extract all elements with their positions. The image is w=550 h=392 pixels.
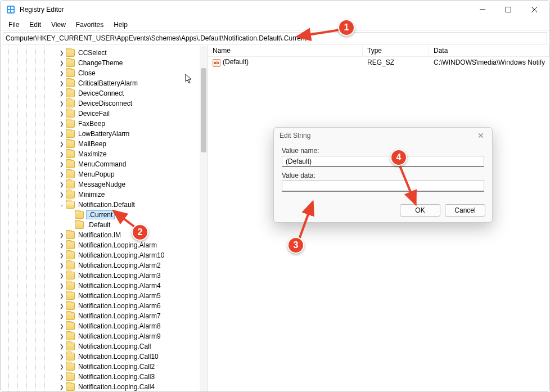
tree-item[interactable]: ❯Notification.Looping.Call10 [1, 352, 208, 362]
tree-item[interactable]: ❯ChangeTheme [1, 58, 208, 68]
tree-item[interactable]: ❯Notification.Looping.Call4 [1, 382, 208, 391]
value-data-input[interactable] [282, 181, 484, 192]
expand-chevron-icon[interactable]: ❯ [58, 192, 66, 197]
tree-item[interactable]: ❯Notification.Looping.Alarm3 [1, 271, 208, 281]
expand-chevron-icon[interactable]: ❯ [58, 263, 66, 268]
tree-item[interactable]: ❯Notification.Looping.Alarm8 [1, 321, 208, 331]
expand-chevron-icon[interactable]: ❯ [58, 303, 66, 309]
tree-item-label: Notification.Looping.Call2 [77, 363, 156, 371]
tree-item[interactable]: ❯FaxBeep [1, 119, 208, 129]
expand-chevron-icon[interactable]: ❯ [58, 293, 66, 299]
folder-icon [66, 363, 75, 371]
close-button[interactable] [521, 1, 547, 19]
tree-item[interactable]: ❯.Current [1, 210, 208, 220]
folder-icon [66, 302, 75, 310]
ok-button[interactable]: OK [400, 204, 440, 217]
menu-favorites[interactable]: Favorites [71, 20, 108, 30]
expand-chevron-icon[interactable]: ❯ [58, 374, 66, 380]
tree-item[interactable]: ❯Notification.Looping.Call3 [1, 372, 208, 382]
folder-icon [66, 79, 75, 87]
expand-chevron-icon[interactable]: ❯ [58, 91, 66, 96]
expand-chevron-icon[interactable]: ❯ [58, 141, 66, 147]
tree-item[interactable]: ❯Notification.Looping.Alarm7 [1, 311, 208, 321]
expand-chevron-icon[interactable]: ❯ [58, 131, 66, 137]
tree-item[interactable]: ❯Maximize [1, 149, 208, 159]
expand-chevron-icon[interactable]: ❯ [58, 121, 66, 127]
tree-item-label: DeviceConnect [77, 89, 125, 97]
expand-chevron-icon[interactable]: ❯ [58, 323, 66, 329]
tree-item[interactable]: ❯Notification.Looping.Alarm10 [1, 250, 208, 260]
tree-item[interactable]: ❯MailBeep [1, 139, 208, 149]
tree-item[interactable]: ❯DeviceConnect [1, 88, 208, 98]
menu-view[interactable]: View [47, 20, 70, 30]
tree-item[interactable]: ❯Notification.Looping.Alarm2 [1, 260, 208, 271]
tree-item[interactable]: ❯DeviceFail [1, 109, 208, 119]
expand-chevron-icon[interactable]: ❯ [58, 50, 66, 56]
minimize-button[interactable] [470, 1, 495, 19]
tree-item[interactable]: ⌄Notification.Default [1, 200, 208, 210]
tree-item[interactable]: ❯MenuPopup [1, 169, 208, 179]
expand-chevron-icon[interactable]: ❯ [58, 182, 66, 187]
value-name-input[interactable] [282, 156, 484, 167]
tree-item[interactable]: ❯Minimize [1, 190, 208, 200]
tree-item[interactable]: ❯.Default [1, 220, 208, 230]
tree-item[interactable]: ❯Notification.Looping.Alarm4 [1, 281, 208, 291]
list-row[interactable]: ab(Default) REG_SZ C:\WINDOWS\media\Wind… [208, 57, 549, 68]
tree-item[interactable]: ❯Notification.Looping.Alarm5 [1, 291, 208, 301]
expand-chevron-icon[interactable]: ❯ [58, 253, 66, 258]
tree-item[interactable]: ❯CriticalBatteryAlarm [1, 78, 208, 88]
expand-chevron-icon[interactable]: ❯ [58, 283, 66, 289]
column-name[interactable]: Name [208, 46, 363, 56]
tree-item[interactable]: ❯Notification.Looping.Call2 [1, 362, 208, 372]
tree-item[interactable]: ❯DeviceDisconnect [1, 98, 208, 109]
expand-chevron-icon[interactable]: ❯ [58, 80, 66, 86]
tree-scrollbar-thumb[interactable] [201, 68, 206, 152]
address-bar[interactable]: Computer\HKEY_CURRENT_USER\AppEvents\Sch… [3, 32, 547, 44]
tree-item[interactable]: ❯Notification.Looping.Call [1, 341, 208, 352]
column-data[interactable]: Data [429, 46, 549, 56]
value-data-label: Value data: [282, 172, 484, 179]
expand-chevron-icon[interactable]: ❯ [58, 273, 66, 278]
value-data-cell: C:\WINDOWS\media\Windows Notify [429, 58, 549, 67]
svg-rect-3 [8, 10, 10, 12]
tree-item[interactable]: ❯Close [1, 68, 208, 78]
expand-chevron-icon[interactable]: ❯ [58, 172, 66, 177]
cancel-button[interactable]: Cancel [445, 204, 485, 217]
tree-item[interactable]: ❯Notification.Looping.Alarm9 [1, 331, 208, 341]
expand-chevron-icon[interactable]: ❯ [58, 70, 66, 76]
expand-chevron-icon[interactable]: ❯ [58, 354, 66, 359]
tree-item[interactable]: ❯CCSelect [1, 48, 208, 58]
tree-item-label: MailBeep [77, 140, 107, 148]
menu-help[interactable]: Help [109, 20, 132, 30]
dialog-close-icon[interactable]: ✕ [475, 129, 486, 142]
expand-chevron-icon[interactable]: ❯ [58, 101, 66, 106]
expand-chevron-icon[interactable]: ❯ [58, 60, 66, 66]
folder-icon [66, 312, 75, 320]
column-type[interactable]: Type [363, 46, 429, 56]
tree-item[interactable]: ❯Notification.Looping.Alarm [1, 240, 208, 250]
string-value-icon: ab [213, 59, 220, 67]
tree-item[interactable]: ❯Notification.Looping.Alarm6 [1, 301, 208, 311]
expand-chevron-icon[interactable]: ❯ [58, 344, 66, 349]
menu-edit[interactable]: Edit [25, 20, 46, 30]
expand-chevron-icon[interactable]: ❯ [58, 384, 66, 390]
tree-item[interactable]: ❯LowBatteryAlarm [1, 129, 208, 139]
expand-chevron-icon[interactable]: ❯ [58, 313, 66, 319]
folder-icon [66, 191, 75, 199]
expand-chevron-icon[interactable]: ❯ [58, 242, 66, 248]
expand-chevron-icon[interactable]: ❯ [58, 334, 66, 339]
tree-scrollbar[interactable] [200, 46, 208, 391]
expand-chevron-icon[interactable]: ❯ [58, 161, 66, 167]
tree-item[interactable]: ❯MenuCommand [1, 159, 208, 169]
tree-item[interactable]: ❯Notification.IM [1, 230, 208, 240]
maximize-button[interactable] [495, 1, 521, 19]
tree-item-label: CCSelect [77, 49, 108, 57]
expand-chevron-icon[interactable]: ❯ [58, 111, 66, 116]
menu-file[interactable]: File [4, 20, 24, 30]
expand-chevron-icon[interactable]: ❯ [58, 232, 66, 238]
tree-item[interactable]: ❯MessageNudge [1, 179, 208, 190]
folder-icon [66, 343, 75, 350]
expand-chevron-icon[interactable]: ❯ [58, 151, 66, 157]
expand-chevron-icon[interactable]: ❯ [58, 364, 66, 370]
expand-chevron-icon[interactable]: ⌄ [58, 202, 66, 208]
